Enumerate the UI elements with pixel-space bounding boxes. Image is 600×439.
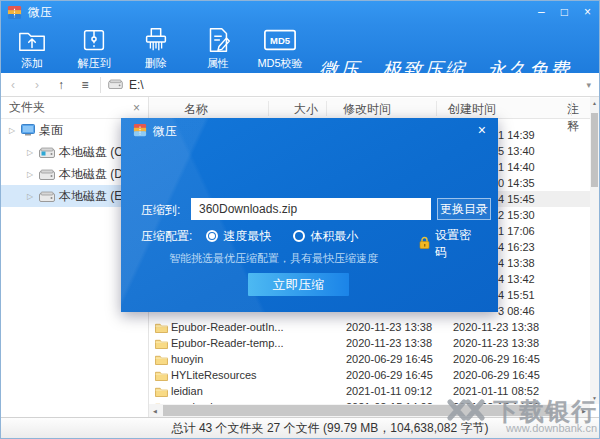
vscroll-thumb[interactable] <box>591 113 598 187</box>
created-time-fragment: 4 13:38 <box>498 255 535 271</box>
scroll-left-icon[interactable]: ◀ <box>149 404 161 417</box>
vertical-scrollbar[interactable]: ▲ ▼ <box>590 97 599 404</box>
scroll-right-icon[interactable]: ▶ <box>578 404 590 417</box>
drive-c-icon <box>39 147 55 158</box>
created-time-fragment: 4 15:51 <box>498 287 535 303</box>
toolbar-button-add-folder[interactable]: 添加 <box>1 23 63 73</box>
column-header[interactable]: 修改时间 <box>343 101 391 118</box>
column-header[interactable]: 创建时间 <box>448 101 496 118</box>
file-name[interactable]: huoyin <box>171 351 203 367</box>
md5-icon: MD5 <box>263 25 297 55</box>
address-field[interactable]: E:\ <box>104 78 599 92</box>
statusbar: 总计 43 个文件夹 27 个文件 (99.79 MB，104,638,082 … <box>1 417 599 438</box>
forward-button[interactable]: › <box>25 74 49 96</box>
drive-icon <box>39 169 55 180</box>
created-time-fragment: 0 14:35 <box>498 175 535 191</box>
dialog-title: 微压 <box>153 123 177 140</box>
add-folder-icon <box>17 25 47 55</box>
titlebar: 微压 – □ × <box>1 1 599 23</box>
dialog-titlebar: 微压 <box>133 123 177 140</box>
toolbar-button-properties[interactable]: 属性 <box>187 23 249 73</box>
tree-panel-header: 文件夹 × <box>1 97 148 119</box>
toolbar-button-shredder[interactable]: 删除 <box>125 23 187 73</box>
list-header: 名称大小修改时间创建时间注释 <box>149 98 590 119</box>
tree-close-icon[interactable]: × <box>133 101 140 115</box>
drive-icon <box>108 78 123 92</box>
close-button[interactable]: × <box>584 1 591 23</box>
compress-now-button[interactable]: 立即压缩 <box>248 273 349 296</box>
app-icon <box>7 5 22 20</box>
radio-smallest-size[interactable] <box>293 230 305 242</box>
table-row[interactable]: leidian 2021-01-11 09:12 2021-01-11 08:5… <box>149 383 592 399</box>
file-name[interactable]: HYLiteResources <box>171 367 257 383</box>
minimize-button[interactable]: – <box>538 1 545 23</box>
table-row[interactable]: huoyin 2020-06-29 16:45 2020-06-29 16:45 <box>149 351 592 367</box>
archive-name-input[interactable] <box>191 198 431 220</box>
toolbar-button-label: 属性 <box>207 56 229 71</box>
back-button[interactable]: ‹ <box>1 74 25 96</box>
toolbar-buttons: 添加 解压到 删除 属性MD5 MD5校验 <box>1 23 311 73</box>
column-divider <box>436 101 437 116</box>
app-window: 微压 – □ × 添加 解压到 删除 属性MD5 MD5校验 微压，极致压缩，永… <box>0 0 600 439</box>
expand-arrow-icon[interactable]: ▷ <box>25 148 35 157</box>
created-time: 2020-06-29 16:45 <box>453 351 540 367</box>
toolbar-button-label: MD5校验 <box>257 56 302 71</box>
hscroll-thumb[interactable] <box>163 405 553 416</box>
expand-arrow-icon[interactable]: ▷ <box>7 126 17 135</box>
dialog-close-icon[interactable]: × <box>478 122 486 138</box>
horizontal-scrollbar[interactable]: ◀ ▶ <box>149 404 590 417</box>
properties-icon <box>203 25 233 55</box>
status-summary: 总计 43 个文件夹 27 个文件 (99.79 MB，104,638,082 … <box>172 420 489 437</box>
radio-smallest-label[interactable]: 体积最小 <box>310 228 358 245</box>
tree-item-label: 本地磁盘 (C <box>59 144 123 161</box>
table-row[interactable]: Epubor-Reader-outIn... 2020-11-23 13:38 … <box>149 319 592 335</box>
toolbar-button-label: 添加 <box>21 56 43 71</box>
config-label: 压缩配置: <box>141 228 192 245</box>
scroll-up-icon[interactable]: ▲ <box>590 97 599 109</box>
list-view-button[interactable]: ≡ <box>73 74 97 96</box>
file-name[interactable]: Epubor-Reader-temp... <box>171 335 284 351</box>
created-time-fragment: 1 14:39 <box>498 127 535 143</box>
app-icon <box>133 123 147 140</box>
compress-to-label: 压缩到: <box>141 202 180 219</box>
toolbar-button-md5[interactable]: MD5 MD5校验 <box>249 23 311 73</box>
created-time-fragment: 3 08:46 <box>498 303 535 319</box>
table-row[interactable]: HYLiteResources 2020-06-29 16:45 2020-06… <box>149 367 592 383</box>
file-name[interactable]: leidian <box>171 383 203 399</box>
column-divider <box>326 101 327 116</box>
created-time: 2020-06-29 16:45 <box>453 367 540 383</box>
file-name[interactable]: Epubor-Reader-outIn... <box>171 319 284 335</box>
modified-time: 2020-06-29 16:45 <box>346 367 433 383</box>
tree-item-label: 本地磁盘 (D <box>59 166 123 183</box>
set-password-link[interactable]: 设置密码 <box>419 227 481 261</box>
created-time-fragment: 2 15:30 <box>498 207 535 223</box>
radio-fastest-speed[interactable] <box>206 230 218 242</box>
chevron-down-icon[interactable]: ▾ <box>586 80 591 90</box>
radio-fastest-label[interactable]: 速度最快 <box>223 228 271 245</box>
nav-buttons: ‹›↑≡ <box>1 74 97 96</box>
change-directory-button[interactable]: 更换目录 <box>437 198 491 220</box>
created-time: 2020-11-23 13:38 <box>453 335 539 351</box>
lock-icon <box>419 236 430 252</box>
modified-time: 2020-06-29 16:45 <box>346 351 433 367</box>
drive-icon <box>39 191 55 202</box>
created-time-fragment: 1 14:40 <box>498 159 535 175</box>
toolbar-button-extract[interactable]: 解压到 <box>63 23 125 73</box>
address-path: E:\ <box>129 78 144 92</box>
svg-text:MD5: MD5 <box>270 35 290 46</box>
column-header[interactable]: 名称 <box>184 101 208 118</box>
expand-arrow-icon[interactable]: ▷ <box>25 170 35 179</box>
column-divider <box>571 101 572 116</box>
modified-time: 2020-11-23 13:38 <box>346 335 432 351</box>
expand-arrow-icon[interactable]: ▷ <box>25 192 35 201</box>
maximize-button[interactable]: □ <box>561 1 568 23</box>
toolbar-button-label: 解压到 <box>78 56 111 71</box>
table-row[interactable]: Epubor-Reader-temp... 2020-11-23 13:38 2… <box>149 335 592 351</box>
scroll-down-icon[interactable]: ▼ <box>590 392 599 404</box>
created-time-fragment: 1 17:06 <box>498 223 535 239</box>
column-header[interactable]: 大小 <box>294 101 318 118</box>
toolbar-button-label: 删除 <box>145 56 167 71</box>
extract-icon <box>79 25 109 55</box>
tree-panel-title: 文件夹 <box>9 99 45 116</box>
up-button[interactable]: ↑ <box>49 74 73 96</box>
